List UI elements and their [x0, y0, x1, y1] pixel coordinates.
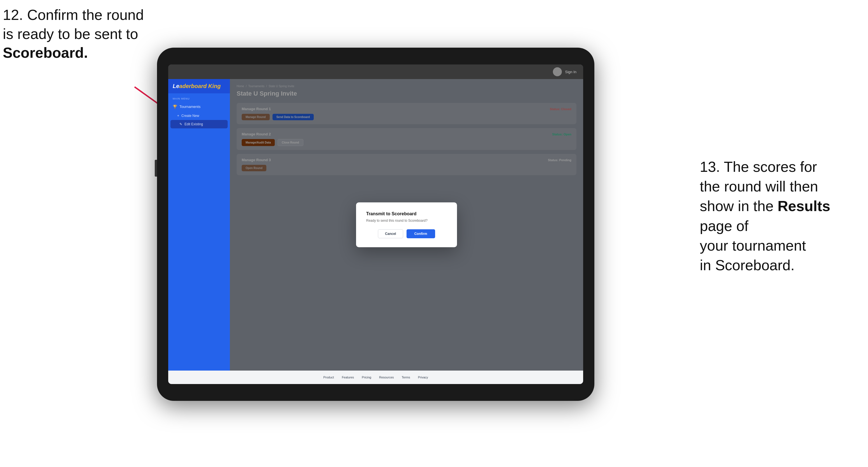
cancel-button[interactable]: Cancel — [378, 229, 403, 238]
footer-product[interactable]: Product — [323, 376, 334, 379]
tablet-screen: Sign In Leaderboard King MAIN MENU 🏆 Tou… — [168, 64, 583, 384]
sidebar-item-create-new[interactable]: + Create New — [168, 112, 230, 120]
footer-features[interactable]: Features — [342, 376, 354, 379]
sidebar-create-new-label: Create New — [181, 114, 199, 118]
footer-terms[interactable]: Terms — [402, 376, 410, 379]
footer-privacy[interactable]: Privacy — [418, 376, 428, 379]
footer-resources[interactable]: Resources — [379, 376, 394, 379]
sidebar-main-menu-label: MAIN MENU — [168, 93, 230, 102]
plus-icon: + — [177, 114, 179, 118]
trophy-icon: 🏆 — [173, 104, 177, 109]
sidebar-logo: Leaderboard King — [168, 79, 230, 93]
tablet-device: Sign In Leaderboard King MAIN MENU 🏆 Tou… — [157, 48, 594, 401]
footer-pricing[interactable]: Pricing — [362, 376, 371, 379]
signin-link[interactable]: Sign In — [565, 70, 577, 74]
main-layout: Leaderboard King MAIN MENU 🏆 Tournaments… — [168, 79, 583, 371]
sidebar-edit-existing-label: Edit Existing — [184, 122, 203, 126]
transmit-modal: Transmit to Scoreboard Ready to send thi… — [356, 203, 457, 247]
sidebar: Leaderboard King MAIN MENU 🏆 Tournaments… — [168, 79, 230, 371]
main-content: Home / Tournaments / State U Spring Invi… — [230, 79, 583, 371]
sidebar-item-tournaments[interactable]: 🏆 Tournaments — [168, 102, 230, 112]
logo-text: Leaderboard King — [173, 83, 221, 89]
modal-buttons: Cancel Confirm — [366, 229, 447, 238]
annotation-right: 13. The scores for the round will then s… — [700, 157, 857, 275]
footer: Product Features Pricing Resources Terms… — [168, 371, 583, 384]
modal-overlay[interactable]: Transmit to Scoreboard Ready to send thi… — [230, 79, 583, 371]
user-avatar — [553, 67, 562, 76]
modal-title: Transmit to Scoreboard — [366, 211, 447, 216]
confirm-button[interactable]: Confirm — [406, 229, 435, 238]
annotation-top: 12. Confirm the round is ready to be sen… — [3, 6, 144, 63]
sidebar-tournaments-label: Tournaments — [180, 104, 200, 109]
modal-subtitle: Ready to send this round to Scoreboard? — [366, 219, 447, 223]
edit-icon: ✎ — [180, 122, 182, 126]
top-bar: Sign In — [168, 64, 583, 79]
tablet-side-button — [155, 160, 157, 177]
sidebar-item-edit-existing[interactable]: ✎ Edit Existing — [170, 120, 228, 128]
